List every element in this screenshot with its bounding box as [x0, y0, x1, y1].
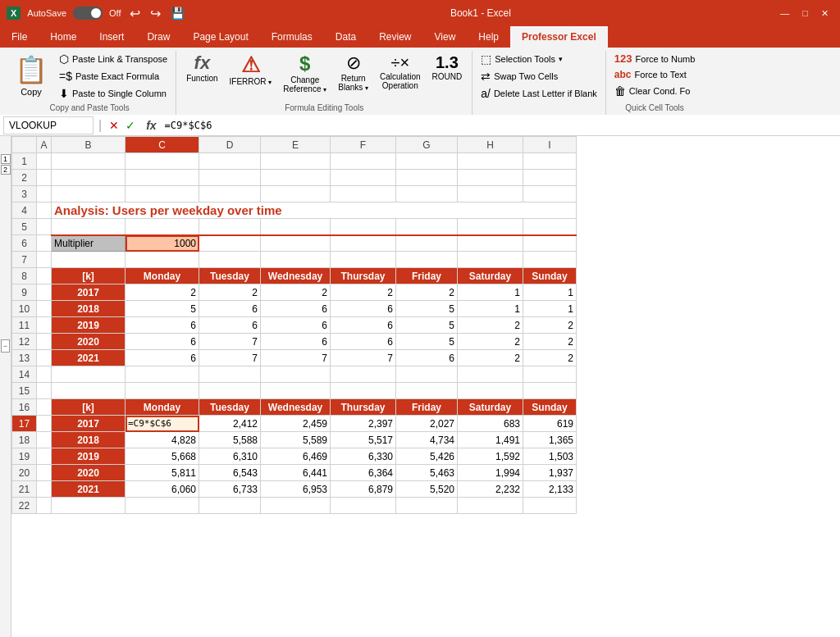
- cell-f3[interactable]: [331, 186, 396, 202]
- cell-c18[interactable]: 4,828: [126, 432, 199, 448]
- cell-c14[interactable]: [126, 366, 199, 383]
- tab-help[interactable]: Help: [467, 26, 510, 48]
- cell-a18[interactable]: [37, 432, 52, 448]
- cell-a9[interactable]: [37, 284, 52, 301]
- cell-f22[interactable]: [331, 498, 396, 514]
- cell-g18[interactable]: 4,734: [396, 432, 458, 448]
- cell-c12[interactable]: 6: [126, 334, 199, 350]
- row-num-7[interactable]: 7: [12, 252, 37, 268]
- row-num-6[interactable]: 6: [12, 235, 37, 252]
- paste-exact-formula-btn[interactable]: =$ Paste Exact Formula: [56, 68, 171, 84]
- function-btn[interactable]: fx Function: [181, 51, 222, 86]
- cell-a21[interactable]: [37, 481, 52, 498]
- cell-i5[interactable]: [523, 219, 577, 235]
- cell-d3[interactable]: [199, 186, 261, 202]
- cell-b16[interactable]: [k]: [52, 399, 126, 416]
- cell-e18[interactable]: 5,589: [261, 432, 331, 448]
- cell-h14[interactable]: [458, 366, 523, 383]
- close-btn[interactable]: ✕: [816, 7, 833, 20]
- cell-d18[interactable]: 5,588: [199, 432, 261, 448]
- cell-i16[interactable]: Sunday: [523, 399, 577, 416]
- cell-g14[interactable]: [396, 366, 458, 383]
- cell-b21[interactable]: 2021: [52, 481, 126, 498]
- cell-f7[interactable]: [331, 252, 396, 268]
- cell-c8[interactable]: Monday: [126, 268, 199, 284]
- cell-g16[interactable]: Friday: [396, 399, 458, 416]
- cell-h1[interactable]: [458, 153, 523, 170]
- force-to-number-btn[interactable]: 123 Force to Numb: [611, 51, 698, 66]
- redo-icon[interactable]: ↪: [150, 6, 161, 21]
- cell-f9[interactable]: 2: [331, 284, 396, 301]
- row-num-3[interactable]: 3: [12, 186, 37, 202]
- tab-data[interactable]: Data: [324, 26, 368, 48]
- cell-g11[interactable]: 5: [396, 317, 458, 334]
- cell-a20[interactable]: [37, 465, 52, 481]
- cell-f15[interactable]: [331, 383, 396, 399]
- cell-f17[interactable]: 2,397: [331, 416, 396, 432]
- cell-a13[interactable]: [37, 350, 52, 366]
- cell-h22[interactable]: [458, 498, 523, 514]
- cell-g15[interactable]: [396, 383, 458, 399]
- cell-h19[interactable]: 1,592: [458, 448, 523, 465]
- cell-e14[interactable]: [261, 366, 331, 383]
- cell-e1[interactable]: [261, 153, 331, 170]
- cell-d10[interactable]: 6: [199, 301, 261, 317]
- cell-b17[interactable]: 2017: [52, 416, 126, 432]
- cell-i9[interactable]: 1: [523, 284, 577, 301]
- tab-review[interactable]: Review: [368, 26, 422, 48]
- cell-d1[interactable]: [199, 153, 261, 170]
- col-header-i[interactable]: I: [523, 137, 577, 153]
- cancel-formula-btn[interactable]: ✕: [107, 119, 121, 132]
- cell-f14[interactable]: [331, 366, 396, 383]
- cell-a8[interactable]: [37, 268, 52, 284]
- cell-b14[interactable]: [52, 366, 126, 383]
- cell-i22[interactable]: [523, 498, 577, 514]
- tab-view[interactable]: View: [423, 26, 468, 48]
- row-num-2[interactable]: 2: [12, 170, 37, 186]
- cell-e7[interactable]: [261, 252, 331, 268]
- row-num-20[interactable]: 20: [12, 465, 37, 481]
- cell-b8[interactable]: [k]: [52, 268, 126, 284]
- cell-d19[interactable]: 6,310: [199, 448, 261, 465]
- cell-h20[interactable]: 1,994: [458, 465, 523, 481]
- cell-g1[interactable]: [396, 153, 458, 170]
- cell-i18[interactable]: 1,365: [523, 432, 577, 448]
- cell-f21[interactable]: 6,879: [331, 481, 396, 498]
- cell-c11[interactable]: 6: [126, 317, 199, 334]
- cell-c7[interactable]: [126, 252, 199, 268]
- row-num-15[interactable]: 15: [12, 383, 37, 399]
- cell-a19[interactable]: [37, 448, 52, 465]
- cell-g19[interactable]: 5,426: [396, 448, 458, 465]
- row-num-21[interactable]: 21: [12, 481, 37, 498]
- cell-a16[interactable]: [37, 399, 52, 416]
- cell-b4-title[interactable]: Analysis: Users per weekday over time: [52, 202, 577, 219]
- cell-c17[interactable]: =C9*$C$6: [126, 416, 199, 432]
- row-num-12[interactable]: 12: [12, 334, 37, 350]
- cell-i6[interactable]: [523, 235, 577, 252]
- level-2-btn[interactable]: 2: [1, 165, 11, 175]
- cell-d7[interactable]: [199, 252, 261, 268]
- tab-insert[interactable]: Insert: [88, 26, 135, 48]
- cell-e17[interactable]: 2,459: [261, 416, 331, 432]
- cell-d12[interactable]: 7: [199, 334, 261, 350]
- cell-e12[interactable]: 6: [261, 334, 331, 350]
- cell-b20[interactable]: 2020: [52, 465, 126, 481]
- tab-page-layout[interactable]: Page Layout: [181, 26, 259, 48]
- cell-g3[interactable]: [396, 186, 458, 202]
- minimize-btn[interactable]: —: [775, 7, 794, 20]
- row-num-16[interactable]: 16: [12, 399, 37, 416]
- cell-c19[interactable]: 5,668: [126, 448, 199, 465]
- cell-e16[interactable]: Wednesday: [261, 399, 331, 416]
- swap-two-cells-btn[interactable]: ⇄ Swap Two Cells: [477, 68, 600, 84]
- cell-h9[interactable]: 1: [458, 284, 523, 301]
- cell-c20[interactable]: 5,811: [126, 465, 199, 481]
- tab-file[interactable]: File: [0, 26, 39, 48]
- cell-i13[interactable]: 2: [523, 350, 577, 366]
- cell-a7[interactable]: [37, 252, 52, 268]
- cell-g2[interactable]: [396, 170, 458, 186]
- cell-e8[interactable]: Wednesday: [261, 268, 331, 284]
- cell-h3[interactable]: [458, 186, 523, 202]
- cell-h13[interactable]: 2: [458, 350, 523, 366]
- row-num-5[interactable]: 5: [12, 219, 37, 235]
- cell-d15[interactable]: [199, 383, 261, 399]
